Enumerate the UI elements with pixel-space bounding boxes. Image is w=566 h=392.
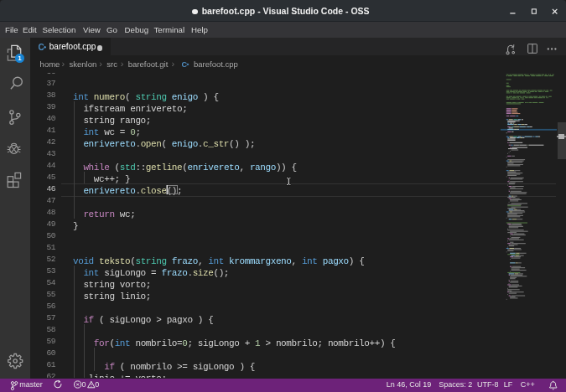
svg-text:C: C (39, 43, 44, 52)
svg-text:C: C (182, 60, 188, 68)
